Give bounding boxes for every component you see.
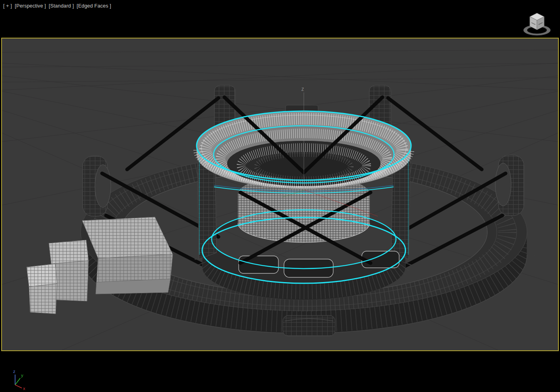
world-axis-tripod: z y x (8, 367, 33, 390)
viewport-bottom-chrome (0, 352, 560, 392)
perspective-viewport[interactable]: Z (1, 38, 559, 351)
axis-y-label: y (21, 373, 23, 378)
bracket-right[interactable] (495, 155, 524, 215)
3dsmax-screen: { "viewport_label": { "general_menu": "[… (0, 0, 560, 392)
viewport-pov-menu[interactable]: [Perspective ] (15, 3, 46, 9)
gizmo-z-label: Z (301, 87, 304, 92)
viewport-general-menu[interactable]: [ + ] (3, 3, 12, 9)
axis-y-line (15, 378, 20, 385)
viewport-label: [ + ] [Perspective ] [Standard ] [Edged … (3, 3, 111, 9)
scene-canvas[interactable]: Z (2, 38, 558, 350)
axis-x-line (15, 385, 22, 388)
ring-front-lug[interactable] (283, 315, 335, 336)
viewport-render-preset-menu[interactable]: [Standard ] (49, 3, 74, 9)
bracket-left[interactable] (83, 156, 111, 216)
viewcube[interactable] (520, 10, 554, 37)
viewcube-cube-icon[interactable] (530, 13, 544, 30)
axis-z-label: z (13, 369, 15, 374)
viewport-shading-menu[interactable]: [Edged Faces ] (77, 3, 111, 9)
axis-x-label: x (23, 386, 25, 390)
